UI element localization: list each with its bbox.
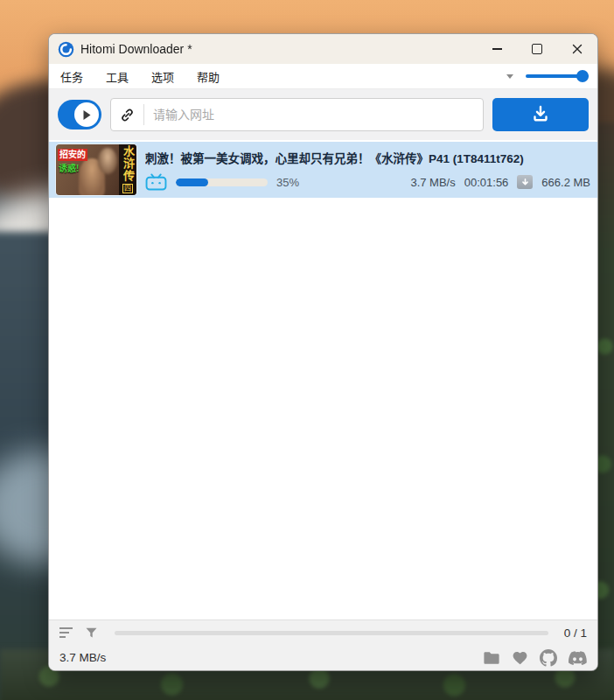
thumbnail-series-title: 水浒传: [120, 145, 136, 182]
download-eta: 00:01:56: [464, 176, 509, 189]
url-toolbar: [49, 89, 597, 140]
bilibili-icon: [145, 173, 167, 191]
window-title: Hitomi Downloader *: [80, 42, 192, 56]
download-stats: 35% 3.7 MB/s 00:01:56 666.2 MB: [145, 173, 590, 191]
thumbnail-figure: [98, 148, 117, 174]
menu-tools[interactable]: 工具: [94, 64, 140, 88]
download-counter: 0 / 1: [564, 626, 587, 640]
minimize-icon: [492, 48, 502, 50]
row-progress-fill: [176, 178, 208, 186]
app-window: Hitomi Downloader * 任务 工具 选项 帮助: [48, 33, 598, 671]
menu-help[interactable]: 帮助: [185, 64, 231, 88]
chevron-down-icon[interactable]: [506, 74, 513, 79]
download-title: 刺激！被第一美女调戏，心里却只有兄弟！《水浒传》P41 (1T8411t762): [145, 149, 590, 166]
downloading-status-icon[interactable]: [517, 175, 533, 189]
maximize-button[interactable]: [517, 34, 557, 64]
url-input-box: [110, 98, 484, 131]
menu-bar: 任务 工具 选项 帮助: [49, 64, 597, 89]
auto-download-toggle[interactable]: [58, 100, 101, 130]
progress-percent: 35%: [276, 176, 299, 189]
menu-tasks[interactable]: 任务: [49, 64, 94, 88]
play-icon: [74, 102, 99, 127]
thumbnail-tag-top: 招安的: [58, 149, 87, 161]
heart-icon[interactable]: [512, 650, 528, 666]
download-list: 招安的 诱惑! 水浒传 四 刺激！被第一美女调戏，心里却只有兄弟！《水浒传》P4…: [49, 140, 597, 620]
folder-icon[interactable]: [483, 650, 500, 666]
download-row-main: 刺激！被第一美女调戏，心里却只有兄弟！《水浒传》P41 (1T8411t762): [145, 149, 590, 191]
link-icon: [111, 107, 143, 123]
minimize-button[interactable]: [477, 34, 517, 64]
slider-knob[interactable]: [576, 70, 589, 82]
video-thumbnail: 招安的 诱惑! 水浒传 四: [56, 144, 136, 195]
download-speed: 3.7 MB/s: [410, 176, 455, 189]
thumbnail-episode-badge: 四: [122, 184, 133, 193]
total-speed: 3.7 MB/s: [59, 651, 106, 664]
footer-toolbar: 0 / 1: [49, 620, 597, 645]
download-progress-bar: [176, 178, 268, 186]
thumbnail-tag-bottom: 诱惑!: [59, 163, 79, 174]
sort-icon[interactable]: [59, 627, 73, 638]
download-button[interactable]: [492, 98, 589, 131]
url-input[interactable]: [144, 108, 483, 122]
download-size: 666.2 MB: [541, 176, 590, 189]
download-icon: [528, 104, 553, 125]
speed-limit-slider[interactable]: [526, 70, 589, 82]
maximize-icon: [532, 44, 542, 54]
discord-icon[interactable]: [569, 651, 587, 665]
menu-options[interactable]: 选项: [140, 64, 185, 88]
thumbnail-side-strip: 水浒传 四: [119, 144, 136, 195]
status-bar: 3.7 MB/s: [49, 645, 597, 670]
status-icons: [483, 649, 587, 667]
title-bar[interactable]: Hitomi Downloader *: [49, 34, 597, 64]
app-logo-icon: [58, 41, 74, 58]
overall-progress-bar: [115, 631, 548, 635]
github-icon[interactable]: [540, 649, 557, 667]
download-row[interactable]: 招安的 诱惑! 水浒传 四 刺激！被第一美女调戏，心里却只有兄弟！《水浒传》P4…: [49, 142, 597, 198]
close-icon: [572, 44, 583, 54]
filter-icon[interactable]: [84, 626, 99, 640]
close-button[interactable]: [557, 34, 597, 64]
